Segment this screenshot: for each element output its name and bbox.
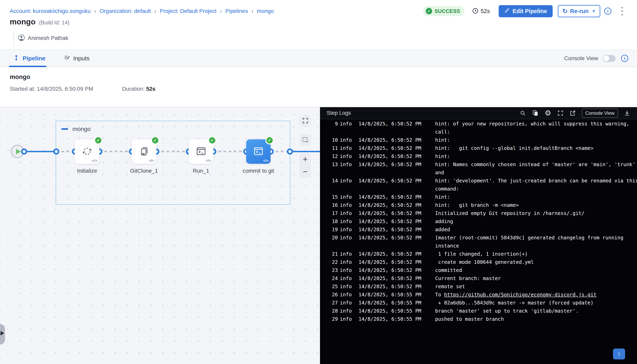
log-row: 10info14/8/2025, 6:50:52 PMhint: — [329, 136, 637, 144]
play-icon — [16, 149, 21, 154]
tab-strip: Pipeline Inputs Console View i — [0, 50, 637, 67]
left-panel-expander[interactable] — [0, 324, 5, 344]
run-title: mongo (Build Id: 14) — [10, 18, 70, 26]
pipeline-node-gitclone_1[interactable]: </> ✓ — [132, 139, 156, 164]
code-step-icon: </> — [149, 158, 154, 163]
rerun-button[interactable]: ↻ Re-run ▼ — [558, 5, 600, 17]
log-row: 19info14/8/2025, 6:50:52 PMadded — [329, 226, 637, 234]
node-label: Initialize — [77, 168, 97, 174]
success-check-icon: ✓ — [266, 136, 274, 144]
avatar-icon — [18, 34, 25, 42]
active-tab-indicator — [9, 66, 46, 67]
fullscreen-icon[interactable] — [557, 110, 564, 116]
clock-icon — [472, 8, 478, 15]
search-icon[interactable] — [520, 110, 526, 116]
download-icon[interactable] — [624, 110, 630, 116]
canvas-select-button[interactable] — [300, 134, 311, 146]
log-lines[interactable]: 9info14/8/2025, 6:50:52 PMhint: of your … — [320, 119, 637, 364]
chevron-separator: › — [94, 8, 96, 15]
logs-toolbar: ⚙ Console View — [520, 108, 630, 118]
caret-down-icon[interactable]: ▼ — [592, 9, 596, 14]
pipeline-canvas[interactable]: mongo + − </> ✓Initialize </> ✓GitClone_… — [0, 107, 320, 364]
stage-summary: mongo Started at: 14/8/2025, 6:50:09 PM … — [0, 68, 637, 107]
console-view-info-icon[interactable]: i — [621, 55, 628, 62]
settings-icon[interactable]: ⚙ — [545, 109, 551, 117]
scroll-to-top-button[interactable]: ↑ — [613, 348, 625, 360]
connector-line — [213, 151, 246, 152]
breadcrumb-item[interactable]: Project: Default Project — [160, 8, 216, 14]
expand-icon — [302, 117, 309, 125]
terminal-icon — [196, 146, 207, 158]
log-row: 24info14/8/2025, 6:50:52 PMCurrent branc… — [329, 274, 637, 282]
breadcrumb-item[interactable]: mongo — [257, 8, 274, 14]
log-row: 18info14/8/2025, 6:50:52 PMadding — [329, 217, 637, 226]
console-view-toggle[interactable] — [603, 55, 616, 62]
success-check-icon: ✓ — [94, 136, 102, 144]
breadcrumb-item[interactable]: Pipelines — [226, 8, 248, 14]
log-row: 22info14/8/2025, 6:50:52 PM create mode … — [329, 258, 637, 266]
canvas-expand-button[interactable] — [300, 115, 311, 127]
log-row: 28info14/8/2025, 6:50:55 PMbranch 'maste… — [329, 307, 637, 315]
copy-icon[interactable] — [532, 110, 539, 116]
open-in-new-icon[interactable] — [570, 110, 576, 116]
tab-pipeline[interactable]: Pipeline — [13, 54, 46, 62]
chevron-right-icon — [0, 331, 4, 336]
zoom-in-button[interactable]: + — [300, 153, 311, 166]
code-step-icon: </> — [263, 158, 268, 163]
breadcrumb-item[interactable]: Account: kurosakiichigo.songoku — [10, 8, 91, 14]
edit-pipeline-button[interactable]: Edit Pipeline — [499, 5, 553, 17]
node-label: commit to git — [242, 168, 274, 174]
connector-line — [24, 151, 56, 152]
connector-line — [290, 151, 320, 152]
log-row: 20info14/8/2025, 6:50:52 PM[master (root… — [329, 234, 637, 242]
log-row: 14info14/8/2025, 6:50:52 PMhint: 'develo… — [329, 177, 637, 185]
build-id: (Build Id: 14) — [39, 20, 70, 26]
pipeline-node-commit-to-git[interactable]: </> ✓ — [246, 139, 270, 164]
log-row: 29info14/8/2025, 6:50:55 PMpushed to mas… — [329, 315, 637, 323]
console-view-label: Console View — [564, 55, 598, 62]
tab-inputs-label: Inputs — [73, 55, 90, 62]
duration-value: 52s — [480, 8, 490, 14]
console-view-button[interactable]: Console View — [582, 108, 618, 118]
breadcrumb-item[interactable]: Organization: default — [100, 8, 151, 14]
stage-duration: Duration: 52s — [122, 86, 156, 92]
log-link[interactable]: https://github.com/Sonichigo/economy-dis… — [444, 292, 596, 298]
pipeline-node-run_1[interactable]: </> ✓ — [189, 139, 213, 164]
connector-point — [287, 148, 293, 154]
header-actions: ✓ SUCCESS 52s Edit Pipeline ↻ Re-run ▼ i — [423, 5, 624, 17]
collapse-stage-icon[interactable] — [61, 128, 68, 130]
kebab-menu-icon[interactable] — [620, 6, 624, 16]
code-step-icon: </> — [92, 158, 97, 163]
pencil-icon — [504, 8, 510, 15]
started-at: Started at: 14/8/2025, 6:50:09 PM — [10, 86, 93, 92]
connector-line — [156, 151, 189, 152]
git-clone-icon — [139, 146, 150, 158]
log-row: 23info14/8/2025, 6:50:52 PMcommitted — [329, 266, 637, 274]
log-row: 27info14/8/2025, 6:50:55 PM + 82a6dbb...… — [329, 299, 637, 307]
status-text: SUCCESS — [434, 8, 460, 14]
zoom-out-button[interactable]: − — [300, 166, 311, 178]
log-row: 12info14/8/2025, 6:50:52 PMhint: — [329, 152, 637, 160]
log-row: call: — [329, 128, 637, 136]
inputs-icon — [64, 54, 70, 62]
status-badge: ✓ SUCCESS — [423, 6, 464, 16]
pipeline-name: mongo — [10, 18, 36, 26]
canvas-zoom-controls: + − — [300, 153, 311, 178]
node-label: GitClone_1 — [130, 168, 158, 174]
chevron-separator: › — [252, 8, 253, 15]
tab-inputs[interactable]: Inputs — [64, 54, 90, 62]
info-icon[interactable]: i — [604, 8, 612, 15]
log-row: 16info14/8/2025, 6:50:52 PMhint: git bra… — [329, 201, 637, 209]
terminal-icon — [253, 146, 264, 158]
step-logs-title: Step Logs — [327, 110, 351, 116]
log-row: 9info14/8/2025, 6:50:52 PMhint: of your … — [329, 120, 637, 128]
edit-pipeline-label: Edit Pipeline — [512, 8, 547, 14]
stage-group-label: mongo — [72, 126, 91, 132]
stage-name: mongo — [10, 74, 30, 80]
node-label: Run_1 — [193, 168, 209, 174]
log-row: 11info14/8/2025, 6:50:52 PMhint: git con… — [329, 144, 637, 152]
pipeline-node-initialize[interactable]: </> ✓ — [75, 139, 99, 164]
log-row: 15info14/8/2025, 6:50:52 PMhint: — [329, 193, 637, 201]
pipeline-icon — [13, 54, 20, 62]
breadcrumb: Account: kurosakiichigo.songoku›Organiza… — [10, 8, 274, 14]
